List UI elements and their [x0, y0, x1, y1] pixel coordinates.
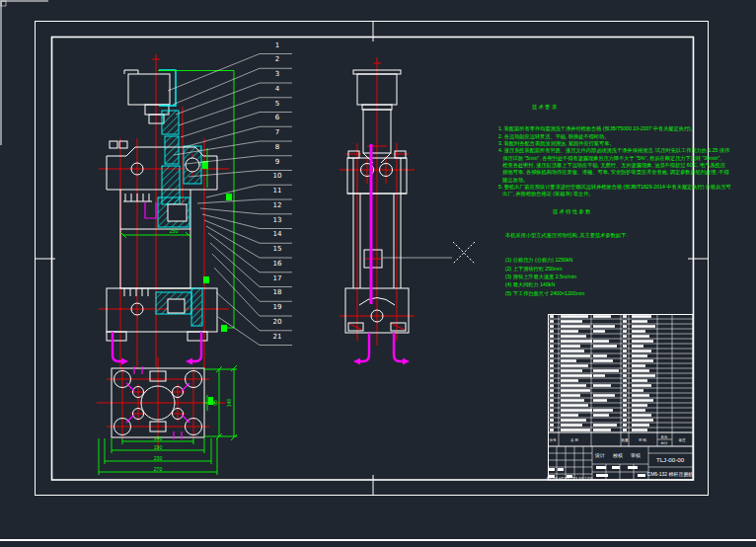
bom-header-remark: 备注 [678, 437, 686, 442]
leader-number-12: 12 [268, 202, 286, 209]
screen-edge-artifacts [0, 0, 756, 541]
drawing-number: TLJ-00-00 [656, 456, 685, 463]
leader-number-9: 9 [268, 159, 286, 166]
requirement-line-6: 检查各处密封, 液压缸活塞上下运动应平稳, 无爬行、无外渗漏现象, 油温不得超过… [498, 162, 731, 169]
plan-dim-2: 190 [154, 444, 163, 450]
leader-number-15: 15 [268, 246, 286, 253]
leader-number-7: 7 [268, 129, 286, 136]
role-approve: 审核 [631, 452, 641, 458]
role-design: 设计 [594, 452, 605, 458]
sign-row-labels: 标记 处数 分区 更改文件号 签名 年月日 [546, 476, 593, 480]
leader-number-10: 10 [268, 173, 286, 180]
role-check: 校核 [612, 452, 623, 458]
parameter-item-3: (3) 滑块上升最大速度 2.5m/min [505, 273, 628, 280]
technical-requirements: 技 术 要 求 1. 装配前所有零件均需清洗干净并经检验合格 (按JB/T500… [498, 89, 731, 205]
leader-number-5: 5 [268, 101, 286, 108]
leader-number-6: 6 [268, 115, 286, 121]
cad-drawing-canvas: 250 140 190 230 270 95 140 件号 [0, 0, 756, 547]
section-x-marker [453, 242, 475, 264]
requirement-line-1: 1. 装配前所有零件均需清洗干净并经检验合格 (按JB/T5000.10-200… [498, 125, 731, 132]
leader-number-19: 19 [268, 304, 286, 311]
leader-number-8: 8 [268, 144, 286, 151]
plan-dim-3: 230 [154, 455, 163, 461]
plan-dim-right-2: 140 [226, 399, 232, 408]
leader-number-14: 14 [268, 231, 286, 238]
leader-number-16: 16 [268, 261, 286, 268]
leader-number-3: 3 [268, 71, 286, 78]
plan-dim-4: 270 [154, 466, 163, 472]
leader-number-1: 1 [268, 42, 286, 49]
leader-number-17: 17 [268, 275, 286, 282]
leader-number-11: 11 [268, 188, 286, 195]
drawing-linework: 250 140 190 230 270 95 140 件号 [0, 0, 756, 547]
leader-number-13: 13 [268, 217, 286, 224]
parameter-item-1: (1) 公称压力 (公称力) 1250kN [505, 256, 628, 264]
bom-header-material: 材 料 [639, 438, 647, 442]
technical-parameters-intro: 本机采用小型立式液压传动结构, 其主要技术参数如下: [505, 231, 628, 239]
bom-header-no: 件号 [549, 438, 557, 442]
plan-view [97, 357, 237, 475]
product-title: CM6-132 棉秆压捆机 [647, 471, 694, 478]
technical-parameters: 技 术 特 性 参 数 本机采用小型立式液压传动结构, 其主要技术参数如下: (… [505, 191, 628, 305]
leader-number-4: 4 [268, 86, 286, 93]
plan-dim-1: 140 [154, 435, 163, 441]
side-view [340, 57, 452, 365]
requirement-line-8: 随意改动。 [498, 177, 731, 184]
parameter-item-2: (2) 上下滑块行程 250mm [505, 265, 628, 273]
leader-number-18: 18 [268, 289, 286, 296]
technical-requirements-title: 技 术 要 求 [532, 104, 731, 111]
requirement-line-2: 2. 各运动副应运转灵活、平稳, 联接处不得松动。 [498, 133, 731, 140]
leader-number-21: 21 [268, 334, 286, 341]
requirement-line-7: 接地可靠, 各操纵机构动作应灵敏、准确、可靠, 安全防护装置应齐全有效, 调定参… [498, 169, 731, 176]
requirement-line-3: 3. 装配时各配合表面涂润滑油, 紧固件应拧紧可靠。 [498, 140, 731, 147]
bom-header-name: 名 称 [570, 438, 579, 442]
front-width-dim: 250 [170, 228, 179, 234]
parameter-item-5: (5) 下工作台面尺寸 2400×1200mm [505, 289, 628, 297]
bom-header-unit: 单件 [661, 435, 668, 439]
bom-header-total: 总计 [660, 441, 668, 445]
requirement-line-5: 保压试验 "5min", 各密封处不得有渗漏现象且压力降不大于 "5%", 然后… [498, 155, 731, 162]
plan-dim-right-1: 95 [212, 400, 218, 406]
leader-number-20: 20 [268, 319, 286, 326]
parameter-item-4: (4) 最大回程力 140kN [505, 280, 628, 288]
technical-parameters-title: 技 术 特 性 参 数 [553, 207, 628, 215]
requirement-line-4: 4. 液压系统装配前所有管路、液压元件内部必须清洗干净并保持清洁, 试压时先以工… [498, 147, 731, 154]
title-block: 件号 名 称 数量 材 料 单件 总计 备注 设计 校核 审核 标记 处数 分区… [546, 314, 694, 480]
leader-number-2: 2 [268, 56, 286, 63]
bom-header-qty: 数量 [621, 438, 629, 442]
bom-rows [548, 315, 693, 431]
front-view [99, 54, 234, 369]
